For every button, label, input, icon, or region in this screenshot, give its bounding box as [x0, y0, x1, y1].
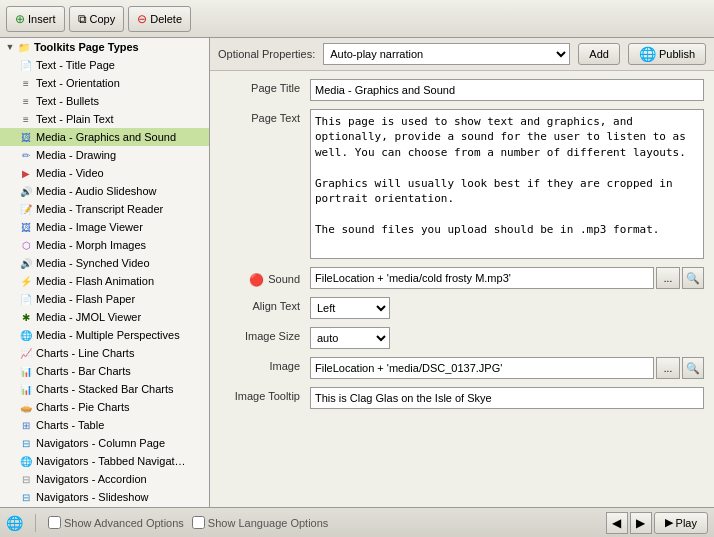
tree-item-stacked-bar[interactable]: 📊 Charts - Stacked Bar Charts — [0, 380, 209, 398]
image-search-button[interactable]: 🔍 — [682, 357, 704, 379]
tree-item-morph[interactable]: ⬡ Media - Morph Images — [0, 236, 209, 254]
tree-item-audio-slideshow[interactable]: 🔊 Media - Audio Slideshow — [0, 182, 209, 200]
column-nav-icon: ⊟ — [18, 435, 34, 451]
align-text-label: Align Text — [220, 297, 310, 312]
tree-item-table[interactable]: ⊞ Charts - Table — [0, 416, 209, 434]
tree-item-multiple[interactable]: 🌐 Media - Multiple Perspectives — [0, 326, 209, 344]
tree-item-bar-charts[interactable]: 📊 Charts - Bar Charts — [0, 362, 209, 380]
image-size-row: Image Size auto small medium large — [220, 327, 704, 349]
drawing-icon: ✏ — [18, 147, 34, 163]
sound-row: 🔴 Sound ... 🔍 — [220, 267, 704, 289]
bullets-icon: ≡ — [18, 93, 34, 109]
tree-item-label: Navigators - Slideshow — [36, 491, 149, 503]
tabbed-nav-icon: 🌐 — [18, 453, 34, 469]
synched-icon: 🔊 — [18, 255, 34, 271]
show-advanced-checkbox[interactable] — [48, 516, 61, 529]
status-left-icon[interactable]: 🌐 — [6, 515, 23, 531]
tree-item-slideshow[interactable]: ⊟ Navigators - Slideshow — [0, 488, 209, 506]
image-tooltip-input[interactable] — [310, 387, 704, 409]
media-img-icon: 🖼 — [18, 129, 34, 145]
tree-item-flash-paper[interactable]: 📄 Media - Flash Paper — [0, 290, 209, 308]
tree-item-orientation[interactable]: ≡ Text - Orientation — [0, 74, 209, 92]
page-text-input[interactable]: This page is used to show text and graph… — [310, 109, 704, 259]
insert-button[interactable]: ⊕ Insert — [6, 6, 65, 32]
tree-item-drawing[interactable]: ✏ Media - Drawing — [0, 146, 209, 164]
image-viewer-icon: 🖼 — [18, 219, 34, 235]
text-icon: ≡ — [18, 75, 34, 91]
page-title-input[interactable] — [310, 79, 704, 101]
tree-item-label: Text - Title Page — [36, 59, 115, 71]
sound-input-group: ... 🔍 — [310, 267, 704, 289]
globe-icon: 🌐 — [18, 327, 34, 343]
tree-item-label: Media - Transcript Reader — [36, 203, 163, 215]
tree-item-line-charts[interactable]: 📈 Charts - Line Charts — [0, 344, 209, 362]
form-area: Page Title Page Text This page is used t… — [210, 71, 714, 425]
flash-paper-icon: 📄 — [18, 291, 34, 307]
slideshow-icon: ⊟ — [18, 489, 34, 505]
tree-item-column-page[interactable]: ⊟ Navigators - Column Page — [0, 434, 209, 452]
tree-item-label: Media - Image Viewer — [36, 221, 143, 233]
tree-item-title-page[interactable]: 📄 Text - Title Page — [0, 56, 209, 74]
insert-icon: ⊕ — [15, 12, 25, 26]
tree-item-label: Media - Video — [36, 167, 104, 179]
image-input-group: ... 🔍 — [310, 357, 704, 379]
accordion-icon: ⊟ — [18, 471, 34, 487]
plain-text-icon: ≡ — [18, 111, 34, 127]
nav-prev-button[interactable]: ◀ — [606, 512, 628, 534]
nav-controls: ◀ ▶ ▶ Play — [606, 512, 708, 534]
show-language-checkbox[interactable] — [192, 516, 205, 529]
show-advanced-checkbox-group: Show Advanced Options — [48, 516, 184, 529]
delete-label: Delete — [150, 13, 182, 25]
tree-item-label: Media - Flash Animation — [36, 275, 154, 287]
tree-item-label: Navigators - Accordion — [36, 473, 147, 485]
tree-item-bullets[interactable]: ≡ Text - Bullets — [0, 92, 209, 110]
show-language-label: Show Language Options — [208, 517, 328, 529]
tree-item-accordion[interactable]: ⊟ Navigators - Accordion — [0, 470, 209, 488]
sound-browse-button[interactable]: ... — [656, 267, 680, 289]
tree-item-label: Charts - Stacked Bar Charts — [36, 383, 174, 395]
tree-item-graphics-sound[interactable]: 🖼 Media - Graphics and Sound — [0, 128, 209, 146]
tree-item-plain-text[interactable]: ≡ Text - Plain Text — [0, 110, 209, 128]
delete-button[interactable]: ⊖ Delete — [128, 6, 191, 32]
morph-icon: ⬡ — [18, 237, 34, 253]
tree-item-transcript[interactable]: 📝 Media - Transcript Reader — [0, 200, 209, 218]
tree-root[interactable]: ▼ 📁 Toolkits Page Types — [0, 38, 209, 56]
sound-search-button[interactable]: 🔍 — [682, 267, 704, 289]
align-text-row: Align Text Left Right Center — [220, 297, 704, 319]
video-icon: ▶ — [18, 165, 34, 181]
tree-item-tabbed-nav[interactable]: 🌐 Navigators - Tabbed Navigat… — [0, 452, 209, 470]
tree-item-label: Charts - Line Charts — [36, 347, 134, 359]
expand-icon: ▼ — [4, 41, 16, 53]
tree-item-synched-video[interactable]: 🔊 Media - Synched Video — [0, 254, 209, 272]
publish-button[interactable]: 🌐 Publish — [628, 43, 706, 65]
tree-item-label: Charts - Table — [36, 419, 104, 431]
pie-chart-icon: 🥧 — [18, 399, 34, 415]
image-input[interactable] — [310, 357, 654, 379]
nav-next-button[interactable]: ▶ — [630, 512, 652, 534]
tree-item-label: Text - Orientation — [36, 77, 120, 89]
play-icon: ▶ — [665, 516, 673, 529]
page-title-label: Page Title — [220, 79, 310, 94]
image-size-label: Image Size — [220, 327, 310, 342]
optional-props-label: Optional Properties: — [218, 48, 315, 60]
optional-props-select[interactable]: Auto-play narration None — [323, 43, 570, 65]
align-text-select[interactable]: Left Right Center — [310, 297, 390, 319]
copy-button[interactable]: ⧉ Copy — [69, 6, 125, 32]
tree-item-label: Media - Flash Paper — [36, 293, 135, 305]
tree-item-flash-animation[interactable]: ⚡ Media - Flash Animation — [0, 272, 209, 290]
sound-input[interactable] — [310, 267, 654, 289]
tree-item-image-viewer[interactable]: 🖼 Media - Image Viewer — [0, 218, 209, 236]
image-tooltip-label: Image Tooltip — [220, 387, 310, 402]
play-button[interactable]: ▶ Play — [654, 512, 708, 534]
page-text-label: Page Text — [220, 109, 310, 124]
audio-icon: 🔊 — [18, 183, 34, 199]
tree-item-jmol[interactable]: ✱ Media - JMOL Viewer — [0, 308, 209, 326]
delete-icon: ⊖ — [137, 12, 147, 26]
add-button[interactable]: Add — [578, 43, 620, 65]
page-text-row: Page Text This page is used to show text… — [220, 109, 704, 259]
image-size-select[interactable]: auto small medium large — [310, 327, 390, 349]
sound-label: 🔴 Sound — [220, 267, 310, 287]
tree-item-pie-charts[interactable]: 🥧 Charts - Pie Charts — [0, 398, 209, 416]
tree-item-video[interactable]: ▶ Media - Video — [0, 164, 209, 182]
image-browse-button[interactable]: ... — [656, 357, 680, 379]
